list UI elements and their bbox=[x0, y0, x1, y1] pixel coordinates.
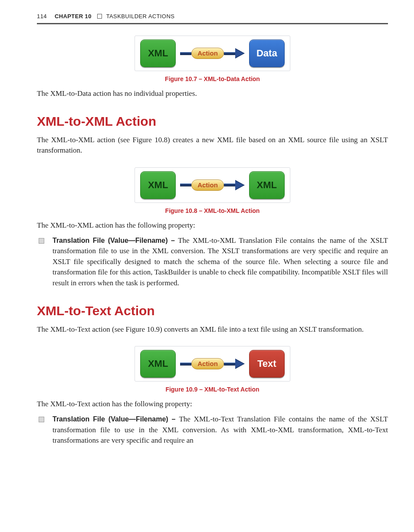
list-item: Translation File (Value—Filename) – The … bbox=[37, 235, 388, 289]
connector-line-icon bbox=[224, 52, 235, 55]
page-number: 114 bbox=[37, 13, 47, 20]
property-term: Translation File (Value—Filename) – bbox=[53, 237, 178, 244]
body-text: The XML-to-Text action has the following… bbox=[37, 399, 388, 410]
svg-marker-5 bbox=[235, 359, 243, 368]
property-term: Translation File (Value—Filename) – bbox=[53, 415, 179, 423]
svg-marker-3 bbox=[235, 181, 243, 189]
figure-10-8: XML Action XML Figure 10.8 – XML-to-XML … bbox=[37, 167, 388, 214]
body-text: The XML-to-Text action (see Figure 10.9)… bbox=[37, 324, 388, 335]
body-text: The XML-to-Data action has no individual… bbox=[37, 88, 388, 99]
connector-line-icon bbox=[224, 362, 235, 366]
header-separator-icon bbox=[97, 14, 102, 19]
figure-caption: Figure 10.7 – XML-to-Data Action bbox=[37, 75, 388, 82]
tile-xml: XML bbox=[140, 350, 176, 378]
tile-xml: XML bbox=[140, 39, 176, 67]
chapter-label: CHAPTER 10 bbox=[55, 13, 92, 20]
connector-line-icon bbox=[180, 52, 191, 55]
connector-line-icon bbox=[180, 183, 191, 186]
tile-xml: XML bbox=[249, 171, 285, 199]
connector: Action bbox=[180, 47, 245, 59]
svg-marker-1 bbox=[235, 49, 243, 58]
diagram-xml-to-text: XML Action Text bbox=[135, 346, 290, 382]
tile-data: Data bbox=[249, 39, 285, 67]
section-heading-xml-to-xml: XML-to-XML Action bbox=[37, 114, 388, 129]
figure-10-9: XML Action Text Figure 10.9 – XML-to-Tex… bbox=[37, 346, 388, 393]
running-header: 114 CHAPTER 10 TASKBUILDER ACTIONS bbox=[37, 13, 388, 24]
chapter-title: TASKBUILDER ACTIONS bbox=[106, 13, 175, 20]
connector: Action bbox=[180, 179, 245, 191]
list-item: Translation File (Value—Filename) – The … bbox=[37, 414, 388, 446]
connector-line-icon bbox=[224, 183, 235, 186]
diagram-xml-to-data: XML Action Data bbox=[135, 36, 290, 71]
arrow-right-icon bbox=[235, 179, 245, 191]
diagram-xml-to-xml: XML Action XML bbox=[135, 167, 290, 203]
tile-xml: XML bbox=[140, 171, 176, 199]
body-text: The XML-to-XML action (see Figure 10.8) … bbox=[37, 135, 388, 156]
arrow-right-icon bbox=[235, 358, 245, 370]
figure-caption: Figure 10.8 – XML-to-XML Action bbox=[37, 207, 388, 214]
figure-10-7: XML Action Data Figure 10.7 – XML-to-Dat… bbox=[37, 36, 388, 82]
action-pill: Action bbox=[191, 48, 224, 59]
bullet-list: Translation File (Value—Filename) – The … bbox=[37, 414, 388, 446]
connector-line-icon bbox=[180, 362, 191, 366]
connector: Action bbox=[180, 358, 245, 370]
arrow-right-icon bbox=[235, 47, 245, 59]
action-pill: Action bbox=[191, 180, 224, 191]
tile-text: Text bbox=[249, 350, 285, 378]
section-heading-xml-to-text: XML-to-Text Action bbox=[37, 304, 388, 318]
action-pill: Action bbox=[191, 358, 224, 369]
bullet-list: Translation File (Value—Filename) – The … bbox=[37, 235, 388, 289]
body-text: The XML-to-XML action has the following … bbox=[37, 220, 388, 231]
figure-caption: Figure 10.9 – XML-to-Text Action bbox=[37, 386, 388, 393]
